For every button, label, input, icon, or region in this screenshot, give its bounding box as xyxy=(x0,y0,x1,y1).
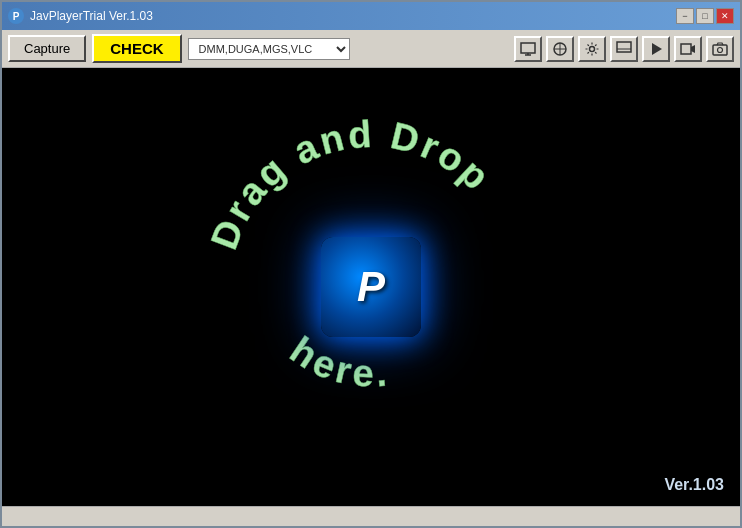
svg-text:Drag and Drop: Drag and Drop xyxy=(203,117,500,255)
window-title: JavPlayerTrial Ver.1.03 xyxy=(30,9,153,23)
right-icons xyxy=(514,36,734,62)
monitor-icon xyxy=(616,41,632,57)
gamepad-icon xyxy=(552,41,568,57)
logo-letter: P xyxy=(357,263,385,311)
gamepad-icon-button[interactable] xyxy=(546,36,574,62)
svg-point-6 xyxy=(590,46,595,51)
main-content[interactable]: Drag and Drop here. P Ver.1.03 xyxy=(2,68,740,506)
camera-icon-button[interactable] xyxy=(706,36,734,62)
svg-rect-7 xyxy=(617,42,631,52)
title-controls: − □ ✕ xyxy=(676,8,734,24)
screen-icon xyxy=(520,41,536,57)
title-bar-left: P JavPlayerTrial Ver.1.03 xyxy=(8,8,153,24)
svg-rect-10 xyxy=(681,44,691,54)
center-logo: P xyxy=(321,237,421,337)
svg-rect-0 xyxy=(521,43,535,53)
svg-marker-9 xyxy=(652,43,662,55)
circular-text-container: Drag and Drop here. P xyxy=(201,117,541,457)
gear-icon xyxy=(584,41,600,57)
version-text: Ver.1.03 xyxy=(664,476,724,494)
source-dropdown[interactable]: DMM,DUGA,MGS,VLC xyxy=(188,38,350,60)
play-icon-button[interactable] xyxy=(642,36,670,62)
camera-icon xyxy=(712,41,728,57)
minimize-button[interactable]: − xyxy=(676,8,694,24)
svg-rect-12 xyxy=(713,45,727,55)
check-button[interactable]: CHECK xyxy=(92,34,181,63)
gear-icon-button[interactable] xyxy=(578,36,606,62)
app-icon: P xyxy=(8,8,24,24)
record-icon-button[interactable] xyxy=(674,36,702,62)
svg-text:here.: here. xyxy=(283,329,392,395)
play-icon xyxy=(648,41,664,57)
title-bar: P JavPlayerTrial Ver.1.03 − □ ✕ xyxy=(2,2,740,30)
drop-area[interactable]: Drag and Drop here. P Ver.1.03 xyxy=(2,68,740,506)
close-button[interactable]: ✕ xyxy=(716,8,734,24)
status-bar xyxy=(2,506,740,526)
toolbar: Capture CHECK DMM,DUGA,MGS,VLC xyxy=(2,30,740,68)
screen-icon-button[interactable] xyxy=(514,36,542,62)
maximize-button[interactable]: □ xyxy=(696,8,714,24)
monitor-icon-button[interactable] xyxy=(610,36,638,62)
svg-point-13 xyxy=(718,47,723,52)
main-window: P JavPlayerTrial Ver.1.03 − □ ✕ Capture … xyxy=(0,0,742,528)
record-icon xyxy=(680,41,696,57)
capture-button[interactable]: Capture xyxy=(8,35,86,62)
source-dropdown-wrap: DMM,DUGA,MGS,VLC xyxy=(188,38,350,60)
